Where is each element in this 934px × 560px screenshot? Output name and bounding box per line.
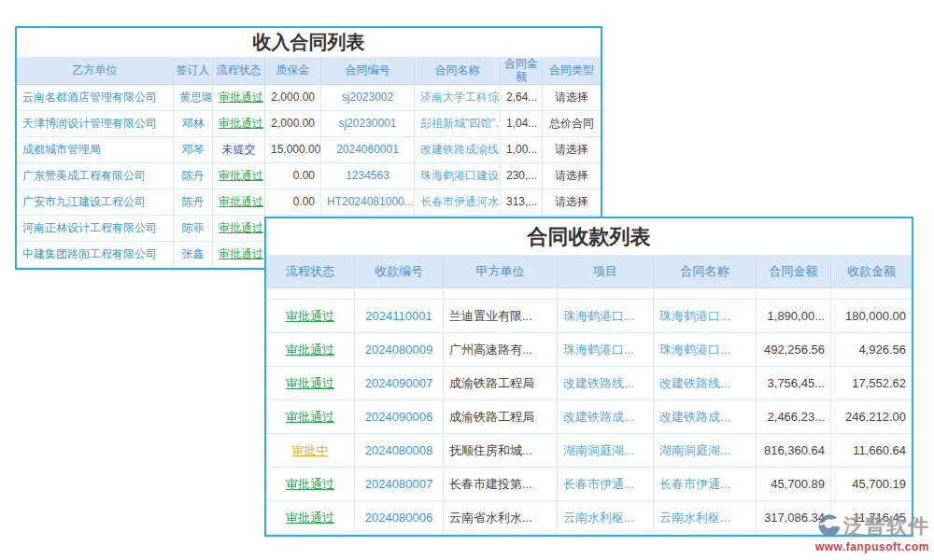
cell-project-link[interactable]: 湖南洞庭湖... bbox=[558, 434, 654, 468]
income-table-row[interactable]: 广东赞美成工程有限公司 陈丹 审批通过 0.00 1234563 珠海鹤港口建设… bbox=[17, 163, 601, 189]
cell-contract-type-select[interactable]: 总价合同 bbox=[543, 111, 601, 137]
cell-flow-status-link[interactable]: 审批中 bbox=[266, 434, 355, 468]
cell-contract-name-link[interactable]: 云南水利枢... bbox=[654, 501, 757, 535]
cell-party-b-link[interactable]: 河南正林设计工程有限公司 bbox=[17, 216, 174, 242]
column-header-flow-status: 流程状态 bbox=[213, 58, 265, 84]
cell-contract-type-select[interactable]: 请选择 bbox=[543, 137, 601, 163]
column-header-receipt-amount: 收款金额 bbox=[831, 256, 912, 287]
cell-contract-code-link[interactable]: 2024060001 bbox=[321, 137, 415, 163]
cell-party-b-link[interactable]: 成都城市管理局 bbox=[17, 137, 174, 163]
receipt-table-row[interactable]: 审批通过 2024080009 广州高速路有... 珠海鹤港口... 珠海鹤港口… bbox=[266, 333, 912, 367]
cell-project-link[interactable]: 改建铁路成... bbox=[558, 400, 654, 434]
cell-signer: 黄思璐 bbox=[174, 85, 213, 111]
cell-flow-status-link[interactable]: 审批通过 bbox=[213, 216, 265, 242]
cell-retention: 2,000.00 bbox=[265, 85, 321, 111]
income-table-row[interactable]: 天津博润设计管理有限公司 邓林 审批通过 2,000.00 sj20230001… bbox=[17, 111, 601, 137]
cell-contract-code-link[interactable]: 1234563 bbox=[321, 163, 415, 189]
cell-flow-status-link[interactable]: 审批通过 bbox=[266, 367, 355, 400]
cell-receipt-amount: 4,926.56 bbox=[831, 333, 912, 367]
cell-contract-type-select[interactable]: 请选择 bbox=[543, 189, 601, 216]
receipt-table-row[interactable]: 审批通过 2024090007 成渝铁路工程局 改建铁路线... 改建铁路线..… bbox=[266, 367, 912, 400]
cell-contract-name-link[interactable]: 长春市伊通... bbox=[654, 468, 757, 501]
cell-receipt-code-link[interactable]: 2024110001 bbox=[355, 300, 444, 333]
column-header-contract-amount: 合同金额 bbox=[757, 256, 831, 287]
cell-party-b-link[interactable]: 天津博润设计管理有限公司 bbox=[17, 111, 174, 137]
receipt-contract-table: 合同收款列表 流程状态 收款编号 甲方单位 项目 合同名称 合同金额 收款金额 … bbox=[264, 217, 913, 537]
column-header-party-b-unit: 乙方单位 bbox=[17, 58, 174, 84]
column-header-retention: 质保金 bbox=[265, 58, 321, 84]
cell-flow-status-link[interactable]: 审批通过 bbox=[266, 300, 355, 333]
cell-receipt-code-link[interactable]: 2024080009 bbox=[355, 333, 444, 367]
income-table-row[interactable]: 成都城市管理局 邓琴 未提交 15,000.00 2024060001 改建铁路… bbox=[17, 137, 601, 163]
cell-contract-name-link[interactable]: 改建铁路线... bbox=[654, 367, 757, 400]
cell-party-a-unit: 成渝铁路工程局 bbox=[444, 367, 558, 400]
cell-contract-type-select[interactable]: 请选择 bbox=[543, 163, 601, 189]
receipt-table-row[interactable]: 审批通过 2024080007 长春市建投第... 长春市伊通... 长春市伊通… bbox=[266, 468, 912, 501]
cell-project-link[interactable]: 珠海鹤港口... bbox=[558, 333, 654, 367]
column-header-contract-name: 合同名称 bbox=[654, 256, 757, 287]
cell-flow-status-link[interactable]: 审批通过 bbox=[213, 163, 265, 189]
cell-contract-amount: 45,700.89 bbox=[757, 468, 831, 501]
cell-project-link[interactable]: 云南水利枢... bbox=[558, 501, 654, 535]
income-table-row[interactable]: 云南名都酒店管理有限公司 黄思璐 审批通过 2,000.00 sj2023002… bbox=[17, 85, 601, 111]
cell-contract-amount: 492,256.56 bbox=[757, 333, 831, 367]
income-header-row: 乙方单位 签订人 流程状态 质保金 合同编号 合同名称 合同金额 合同类型 bbox=[17, 58, 601, 85]
cell-signer: 张鑫 bbox=[174, 242, 213, 268]
cell-flow-status-link[interactable]: 审批通过 bbox=[213, 85, 265, 111]
column-header-contract-code: 合同编号 bbox=[321, 58, 415, 84]
cell-project-link[interactable]: 珠海鹤港口... bbox=[558, 300, 654, 333]
cell-signer: 陈菲 bbox=[174, 216, 213, 242]
cell-party-a-unit: 抚顺住房和城... bbox=[444, 434, 558, 468]
cell-flow-status-link[interactable]: 审批通过 bbox=[266, 333, 355, 367]
cell-flow-status-link[interactable]: 审批通过 bbox=[266, 400, 355, 434]
receipt-table-row[interactable]: 审批通过 2024110001 兰迪置业有限... 珠海鹤港口... 珠海鹤港口… bbox=[266, 300, 912, 333]
cell-receipt-code-link[interactable]: 2024080007 bbox=[355, 468, 444, 501]
cell-contract-code-link[interactable]: HT2024081000... bbox=[321, 189, 415, 216]
receipt-table-row[interactable]: 审批通过 2024090006 成渝铁路工程局 改建铁路成... 改建铁路成..… bbox=[266, 400, 912, 434]
fanpu-watermark: 泛普软件 www.fanpusoft.com bbox=[815, 512, 929, 553]
cell-signer: 邓林 bbox=[174, 111, 213, 137]
cell-contract-amount: 2,466,23... bbox=[757, 400, 831, 434]
cell-receipt-code-link[interactable]: 2024090007 bbox=[355, 367, 444, 400]
cell-contract-name-link[interactable]: 珠海鹤港口建设... bbox=[415, 163, 501, 189]
cell-receipt-code-link[interactable]: 2024080006 bbox=[355, 501, 444, 535]
column-header-flow-status: 流程状态 bbox=[266, 256, 355, 287]
receipt-table-row[interactable]: 审批中 2024080008 抚顺住房和城... 湖南洞庭湖... 湖南洞庭湖.… bbox=[266, 434, 912, 468]
cell-contract-type-select[interactable]: 请选择 bbox=[543, 85, 601, 111]
watermark-brand-text: 泛普软件 bbox=[843, 512, 929, 540]
cell-contract-name-link[interactable]: 改建铁路成... bbox=[654, 400, 757, 434]
cell-flow-status-link[interactable]: 审批通过 bbox=[266, 501, 355, 535]
cell-contract-name-link[interactable]: 彭祖新城"四馆"... bbox=[415, 111, 501, 137]
cell-contract-name-link[interactable]: 湖南洞庭湖... bbox=[654, 434, 757, 468]
cell-contract-amount: 3,756,45... bbox=[757, 367, 831, 400]
cell-contract-name-link[interactable]: 长春市伊通河水... bbox=[415, 189, 501, 216]
cell-flow-status-link[interactable]: 未提交 bbox=[213, 137, 265, 163]
cell-flow-status-link[interactable]: 审批通过 bbox=[213, 189, 265, 216]
cell-contract-amount: 313,... bbox=[501, 189, 543, 216]
cell-party-b-link[interactable]: 云南名都酒店管理有限公司 bbox=[17, 85, 174, 111]
column-header-contract-type: 合同类型 bbox=[543, 58, 601, 84]
cell-contract-code-link[interactable]: sj2023002 bbox=[321, 85, 415, 111]
cell-party-b-link[interactable]: 广东赞美成工程有限公司 bbox=[17, 163, 174, 189]
fanpu-logo-icon bbox=[817, 512, 842, 540]
cell-receipt-code-link[interactable]: 2024080008 bbox=[355, 434, 444, 468]
income-table-row[interactable]: 广安市九江建设工程公司 陈丹 审批通过 0.00 HT2024081000...… bbox=[17, 189, 601, 216]
cell-contract-code-link[interactable]: sj20230001 bbox=[321, 111, 415, 137]
receipt-header-row: 流程状态 收款编号 甲方单位 项目 合同名称 合同金额 收款金额 bbox=[266, 256, 912, 288]
cell-flow-status-link[interactable]: 审批通过 bbox=[213, 111, 265, 137]
cell-receipt-amount: 17,552.62 bbox=[831, 367, 912, 400]
cell-receipt-code-link[interactable]: 2024090006 bbox=[355, 400, 444, 434]
cell-project-link[interactable]: 改建铁路线... bbox=[558, 367, 654, 400]
cell-retention: 15,000.00 bbox=[265, 137, 321, 163]
cell-signer: 陈丹 bbox=[174, 163, 213, 189]
cell-contract-name-link[interactable]: 珠海鹤港口... bbox=[654, 300, 757, 333]
cell-signer: 陈丹 bbox=[174, 189, 213, 216]
cell-contract-name-link[interactable]: 济南大学工科综... bbox=[415, 85, 501, 111]
cell-party-b-link[interactable]: 广安市九江建设工程公司 bbox=[17, 189, 174, 216]
cell-contract-name-link[interactable]: 珠海鹤港口... bbox=[654, 333, 757, 367]
cell-flow-status-link[interactable]: 审批通过 bbox=[213, 242, 265, 268]
cell-flow-status-link[interactable]: 审批通过 bbox=[266, 468, 355, 501]
cell-project-link[interactable]: 长春市伊通... bbox=[558, 468, 654, 501]
cell-contract-name-link[interactable]: 改建铁路成渝线... bbox=[415, 137, 501, 163]
cell-party-b-link[interactable]: 中建集团路面工程有限公司 bbox=[17, 242, 174, 268]
